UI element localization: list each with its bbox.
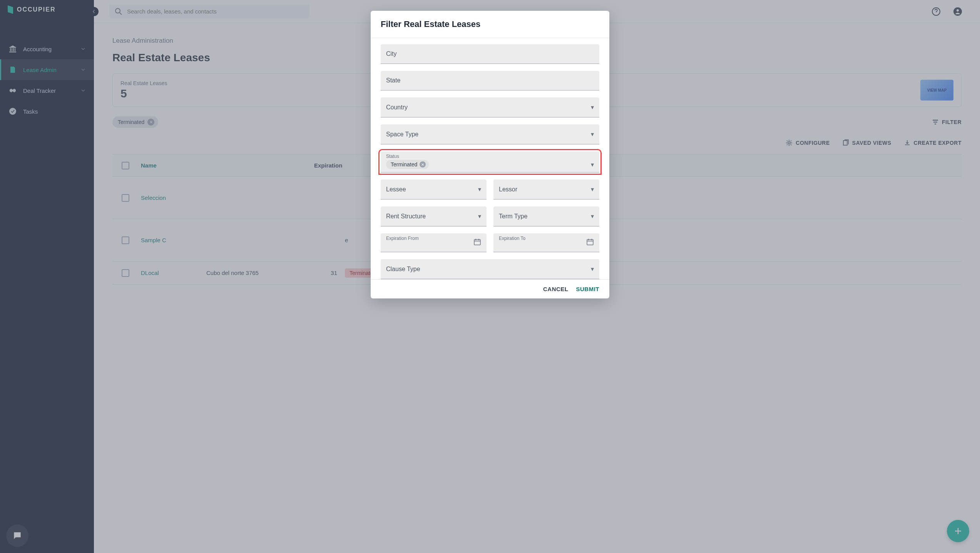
- space-type-select[interactable]: Space Type ▾: [381, 124, 599, 144]
- caret-down-icon: ▾: [591, 213, 594, 220]
- expiration-from-field[interactable]: Expiration From: [381, 233, 487, 252]
- status-chip[interactable]: Terminated ✕: [386, 160, 429, 169]
- caret-down-icon: ▾: [478, 186, 481, 193]
- lessee-select[interactable]: Lessee ▾: [381, 179, 487, 199]
- svg-rect-7: [474, 240, 480, 245]
- modal-body: City State Country ▾ Space Type ▾ Status…: [371, 38, 609, 279]
- caret-down-icon: ▾: [591, 186, 594, 193]
- term-type-select[interactable]: Term Type ▾: [493, 206, 599, 226]
- caret-down-icon: ▾: [478, 213, 481, 220]
- rent-structure-select[interactable]: Rent Structure ▾: [381, 206, 487, 226]
- chip-remove-icon[interactable]: ✕: [420, 161, 426, 168]
- expiration-to-field[interactable]: Expiration To: [493, 233, 599, 252]
- modal-overlay[interactable]: Filter Real Estate Leases City State Cou…: [0, 0, 980, 285]
- modal-footer: CANCEL SUBMIT: [371, 279, 609, 285]
- status-label: Status: [386, 154, 399, 159]
- caret-down-icon: ▾: [591, 265, 594, 273]
- state-field[interactable]: State: [381, 71, 599, 90]
- calendar-icon[interactable]: [586, 238, 594, 247]
- modal-title: Filter Real Estate Leases: [371, 11, 609, 38]
- city-field[interactable]: City: [381, 44, 599, 64]
- caret-down-icon: ▾: [591, 104, 594, 111]
- caret-down-icon: ▾: [591, 131, 594, 138]
- filter-modal: Filter Real Estate Leases City State Cou…: [371, 11, 609, 285]
- status-select[interactable]: Status Terminated ✕ ▾: [381, 151, 599, 173]
- calendar-icon[interactable]: [473, 238, 481, 247]
- country-select[interactable]: Country ▾: [381, 97, 599, 117]
- lessor-select[interactable]: Lessor ▾: [493, 179, 599, 199]
- caret-down-icon: ▾: [591, 161, 594, 168]
- clause-type-select[interactable]: Clause Type ▾: [381, 259, 599, 279]
- svg-rect-8: [587, 240, 593, 245]
